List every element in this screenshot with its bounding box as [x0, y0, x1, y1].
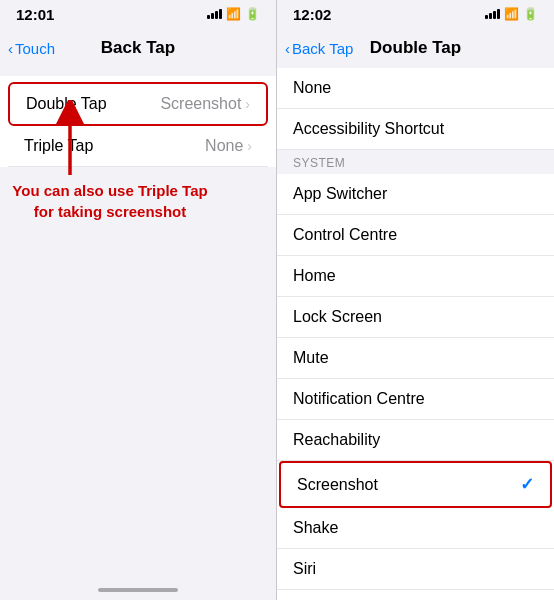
list-item[interactable]: Reachability [277, 420, 554, 461]
right-chevron-left-icon: ‹ [285, 40, 290, 57]
list-item[interactable]: Mute [277, 338, 554, 379]
arrow-annotation [20, 100, 120, 180]
system-section-header: SYSTEM [277, 150, 554, 174]
triple-tap-chevron-icon: › [247, 138, 252, 154]
right-wifi-icon: 📶 [504, 7, 519, 21]
list-item[interactable]: None [277, 68, 554, 109]
chevron-left-icon: ‹ [8, 40, 13, 57]
right-nav-title: Double Tap [370, 38, 461, 58]
list-item-label: Screenshot [297, 476, 378, 494]
triple-tap-value: None › [205, 137, 252, 155]
double-tap-value-text: Screenshot [160, 95, 241, 113]
right-back-label: Back Tap [292, 40, 353, 57]
list-item-label: Siri [293, 560, 316, 578]
wifi-icon: 📶 [226, 7, 241, 21]
left-nav-bar: ‹ Touch Back Tap [0, 28, 276, 68]
list-item[interactable]: Spotlight [277, 590, 554, 600]
list-item-label: Accessibility Shortcut [293, 120, 444, 138]
right-signal-icon [485, 9, 500, 19]
list-item[interactable]: Screenshot✓ [279, 461, 552, 508]
right-panel: 12:02 📶 🔋 ‹ Back Tap Double Tap NoneAcce… [277, 0, 554, 600]
list-item[interactable]: Accessibility Shortcut [277, 109, 554, 150]
checkmark-icon: ✓ [520, 474, 534, 495]
right-status-icons: 📶 🔋 [485, 7, 538, 21]
list-item-label: App Switcher [293, 185, 387, 203]
right-nav-bar: ‹ Back Tap Double Tap [277, 28, 554, 68]
list-item-label: Lock Screen [293, 308, 382, 326]
left-back-label: Touch [15, 40, 55, 57]
left-nav-title: Back Tap [101, 38, 175, 58]
list-item-label: Shake [293, 519, 338, 537]
list-item-label: Reachability [293, 431, 380, 449]
annotation-text: You can also use Triple Tap for taking s… [10, 180, 210, 222]
list-item[interactable]: Shake [277, 508, 554, 549]
list-item[interactable]: Home [277, 256, 554, 297]
left-panel: 12:01 📶 🔋 ‹ Touch Back Tap Double Tap Sc… [0, 0, 277, 600]
list-item-label: None [293, 79, 331, 97]
list-item-label: Control Centre [293, 226, 397, 244]
battery-icon: 🔋 [245, 7, 260, 21]
right-time: 12:02 [293, 6, 331, 23]
list-item[interactable]: Notification Centre [277, 379, 554, 420]
right-list: NoneAccessibility ShortcutSYSTEMApp Swit… [277, 68, 554, 600]
double-tap-value: Screenshot › [160, 95, 250, 113]
left-status-bar: 12:01 📶 🔋 [0, 0, 276, 28]
list-item[interactable]: Lock Screen [277, 297, 554, 338]
left-status-icons: 📶 🔋 [207, 7, 260, 21]
right-back-button[interactable]: ‹ Back Tap [285, 40, 353, 57]
right-battery-icon: 🔋 [523, 7, 538, 21]
list-item[interactable]: Control Centre [277, 215, 554, 256]
home-indicator [98, 588, 178, 592]
triple-tap-value-text: None [205, 137, 243, 155]
signal-icon [207, 9, 222, 19]
list-item-label: Mute [293, 349, 329, 367]
list-item[interactable]: Siri [277, 549, 554, 590]
list-item[interactable]: App Switcher [277, 174, 554, 215]
list-item-label: Home [293, 267, 336, 285]
left-time: 12:01 [16, 6, 54, 23]
left-back-button[interactable]: ‹ Touch [8, 40, 55, 57]
double-tap-chevron-icon: › [245, 96, 250, 112]
list-item-label: Notification Centre [293, 390, 425, 408]
right-status-bar: 12:02 📶 🔋 [277, 0, 554, 28]
